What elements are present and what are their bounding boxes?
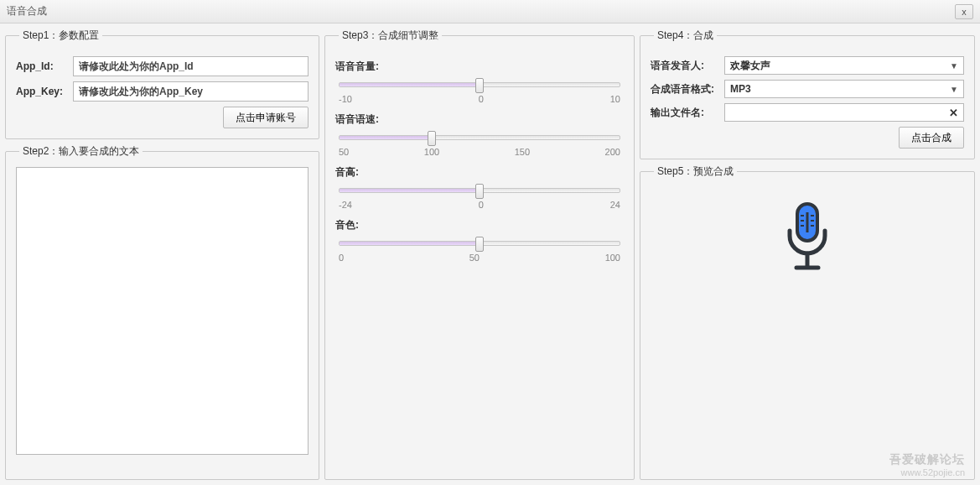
speed-min: 50 — [339, 147, 349, 157]
content-area: Step1：参数配置 App_Id: App_Key: 点击申请账号 Step2… — [0, 23, 980, 485]
step2-group: Step2：输入要合成的文本 — [5, 144, 319, 480]
title-bar: 语音合成 x — [0, 0, 980, 23]
output-field[interactable]: ✕ — [724, 103, 964, 122]
speed-max: 200 — [605, 147, 620, 157]
step1-group: Step1：参数配置 App_Id: App_Key: 点击申请账号 — [5, 29, 319, 139]
middle-column: Step3：合成细节调整 语音音量: -10 0 10 语音语速: 50 100… — [324, 29, 635, 480]
speed-mid: 100 — [424, 147, 439, 157]
app-key-input[interactable] — [73, 81, 309, 102]
right-column: Step4：合成 语音发音人: 欢馨女声 ▼ 合成语音格式: MP3 ▼ 输出文… — [640, 29, 975, 480]
timbre-mid: 50 — [469, 253, 480, 263]
output-row: 输出文件名: ✕ — [651, 103, 964, 122]
volume-mid: 0 — [479, 94, 484, 104]
pitch-min: -24 — [339, 200, 352, 210]
pitch-label: 音高: — [335, 165, 624, 180]
app-key-label: App_Key: — [16, 86, 66, 97]
step3-legend: Step3：合成细节调整 — [339, 29, 442, 43]
chevron-down-icon: ▼ — [950, 61, 958, 70]
timbre-label: 音色: — [335, 218, 624, 232]
step4-group: Step4：合成 语音发音人: 欢馨女声 ▼ 合成语音格式: MP3 ▼ 输出文… — [640, 29, 975, 159]
format-row: 合成语音格式: MP3 ▼ — [651, 80, 964, 98]
chevron-down-icon: ▼ — [950, 85, 958, 94]
timbre-min: 0 — [339, 253, 344, 263]
output-filename-input[interactable] — [729, 104, 947, 121]
volume-min: -10 — [339, 94, 352, 104]
speaker-select[interactable]: 欢馨女声 ▼ — [724, 56, 964, 75]
speed-mid2: 150 — [515, 147, 530, 157]
app-id-row: App_Id: — [16, 56, 309, 76]
request-account-button[interactable]: 点击申请账号 — [223, 107, 309, 128]
speaker-label: 语音发音人: — [651, 59, 718, 73]
step5-legend: Step5：预览合成 — [654, 164, 737, 179]
volume-slider[interactable]: -10 0 10 — [339, 82, 620, 104]
preview-area — [651, 187, 964, 276]
synthesize-button[interactable]: 点击合成 — [899, 127, 964, 149]
app-key-row: App_Key: — [16, 81, 309, 102]
synth-btn-row: 点击合成 — [651, 127, 964, 149]
speaker-row: 语音发音人: 欢馨女声 ▼ — [651, 56, 964, 75]
speaker-value: 欢馨女声 — [730, 59, 770, 73]
speed-label: 语音语速: — [335, 112, 624, 127]
timbre-slider[interactable]: 0 50 100 — [339, 241, 620, 263]
left-column: Step1：参数配置 App_Id: App_Key: 点击申请账号 Step2… — [5, 29, 319, 480]
volume-max: 10 — [610, 94, 620, 104]
app-id-input[interactable] — [73, 56, 309, 76]
window-title: 语音合成 — [7, 4, 47, 18]
pitch-mid: 0 — [479, 200, 484, 210]
close-icon: x — [962, 7, 967, 17]
synth-text-input[interactable] — [16, 167, 309, 455]
format-value: MP3 — [730, 83, 751, 95]
clear-icon[interactable]: ✕ — [947, 107, 960, 119]
pitch-max: 24 — [610, 200, 620, 210]
microphone-icon — [778, 201, 837, 276]
request-btn-row: 点击申请账号 — [16, 107, 309, 128]
timbre-max: 100 — [605, 253, 620, 263]
speed-slider[interactable]: 50 100 150 200 — [339, 135, 620, 157]
pitch-slider[interactable]: -24 0 24 — [339, 188, 620, 210]
step4-legend: Step4：合成 — [654, 29, 717, 43]
app-id-label: App_Id: — [16, 60, 66, 72]
step5-group: Step5：预览合成 — [640, 164, 975, 480]
step1-legend: Step1：参数配置 — [19, 29, 102, 43]
close-button[interactable]: x — [955, 4, 973, 19]
step3-group: Step3：合成细节调整 语音音量: -10 0 10 语音语速: 50 100… — [324, 29, 635, 480]
volume-label: 语音音量: — [335, 60, 624, 74]
output-label: 输出文件名: — [651, 106, 718, 120]
step2-legend: Step2：输入要合成的文本 — [19, 144, 143, 159]
format-select[interactable]: MP3 ▼ — [724, 80, 964, 98]
format-label: 合成语音格式: — [651, 82, 718, 96]
